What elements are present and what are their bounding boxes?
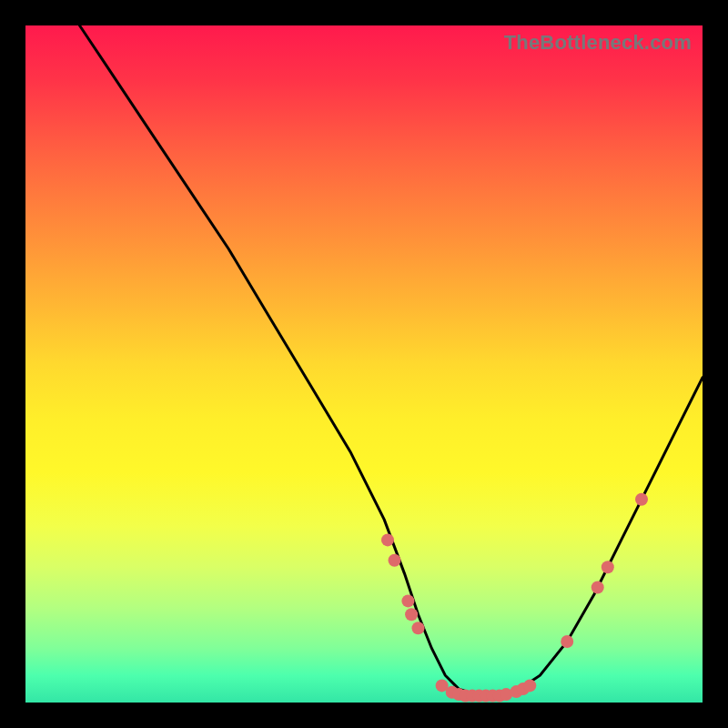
data-marker bbox=[592, 581, 604, 594]
data-marker bbox=[602, 561, 614, 573]
curve-path bbox=[80, 25, 703, 696]
plot-area: TheBottleneck.com bbox=[25, 25, 703, 703]
chart-svg bbox=[25, 25, 703, 703]
data-marker bbox=[381, 533, 394, 546]
chart-frame: TheBottleneck.com bbox=[0, 0, 728, 728]
marker-group bbox=[381, 493, 648, 703]
data-marker bbox=[523, 679, 536, 692]
data-marker bbox=[561, 635, 573, 648]
data-marker bbox=[401, 594, 414, 607]
data-marker bbox=[412, 622, 425, 634]
data-marker bbox=[405, 608, 418, 621]
data-marker bbox=[389, 554, 401, 567]
data-marker bbox=[635, 493, 648, 506]
